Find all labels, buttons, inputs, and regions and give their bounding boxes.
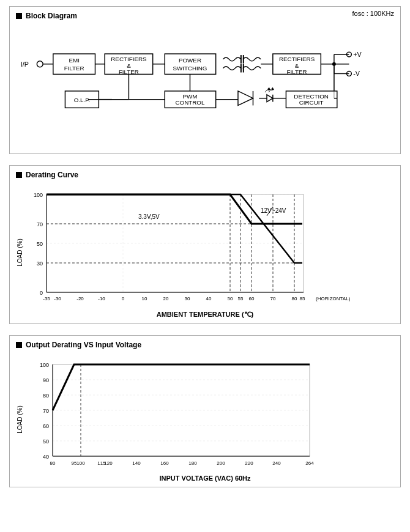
xtick-50p: 50 <box>228 296 233 301</box>
derating-curve-section: Derating Curve LOAD (%) 100 70 50 30 0 <box>9 165 401 324</box>
curve-label-3v3: 3.3V,5V <box>138 213 160 220</box>
out-ytick-50: 50 <box>43 438 49 445</box>
output-y-label: LOAD (%) <box>17 405 23 434</box>
power-text2: SWITCHING <box>173 65 207 72</box>
out-xtick-240: 240 <box>272 460 281 466</box>
rect-left-text1: RECTIFIERS <box>111 56 147 62</box>
xtick-55p: 55 <box>238 296 244 301</box>
out-ytick-90: 90 <box>43 377 49 383</box>
olp-text: O.L.P. <box>74 97 91 103</box>
rect-left-text2: & <box>127 62 131 69</box>
ytick-100: 100 <box>34 192 43 198</box>
xtick-85p: 85 <box>300 296 305 301</box>
output-derating-chart-area: LOAD (%) 100 90 80 70 60 50 40 80 95 1 <box>16 355 394 482</box>
xtick-35: -35 <box>43 296 50 301</box>
block-diagram-section: Block Diagram fosc : 100KHz I/P EMI FILT… <box>9 6 401 154</box>
out-ytick-60: 60 <box>43 423 49 429</box>
out-xtick-80: 80 <box>50 460 56 466</box>
out-xtick-180: 180 <box>188 460 197 466</box>
xtick-horizontal: (HORIZONTAL) <box>316 296 351 301</box>
xtick-10: -10 <box>98 296 105 301</box>
out-xtick-100: 100 <box>76 460 85 466</box>
derating-curve-title: Derating Curve <box>16 171 394 179</box>
curve-12v-24v <box>47 194 302 263</box>
out-ytick-100: 100 <box>40 362 49 368</box>
ip-label: I/P <box>21 61 29 68</box>
emi-filter-text2: FILTER <box>64 65 84 72</box>
xtick-40p: 40 <box>206 296 212 301</box>
xtick-30: -30 <box>54 296 61 301</box>
plus-v-label: +V <box>353 51 362 58</box>
derating-chart-area: LOAD (%) 100 70 50 30 0 <box>16 185 394 319</box>
derating-square-icon <box>16 172 22 178</box>
title-square-icon <box>16 13 22 19</box>
derating-x-axis-label: AMBIENT TEMPERATURE (℃) <box>16 311 394 319</box>
output-x-axis-label: INPUT VOLTAGE (VAC) 60Hz <box>16 475 394 482</box>
ytick-70: 70 <box>37 221 43 227</box>
xtick-70p: 70 <box>270 296 276 301</box>
rect-right-text3: FILTER <box>287 68 307 75</box>
emi-filter-text1: EMI <box>69 57 79 64</box>
transformer-secondary2 <box>243 67 261 70</box>
xtick-10p: 10 <box>142 296 147 301</box>
out-xtick-200: 200 <box>217 460 225 466</box>
pwm-text1: PWM <box>182 93 197 100</box>
power-text1: POWER <box>179 57 201 64</box>
fosc-label: fosc : 100KHz <box>352 10 394 17</box>
block-diagram-title: Block Diagram <box>16 12 394 20</box>
output-square-icon <box>16 342 22 348</box>
derating-y-label: LOAD (%) <box>17 238 23 267</box>
derating-chart-svg: LOAD (%) 100 70 50 30 0 <box>16 185 383 314</box>
output-derating-title: Output Derating VS Input Voltage <box>16 341 394 349</box>
transformer-secondary <box>243 57 261 61</box>
out-xtick-140: 140 <box>132 460 141 466</box>
xtick-20: -20 <box>76 296 84 301</box>
ytick-0: 0 <box>40 290 43 296</box>
out-ytick-80: 80 <box>43 393 49 399</box>
opto-led-diode <box>267 95 273 102</box>
output-curve <box>53 364 310 410</box>
xtick-60p: 60 <box>249 296 255 301</box>
output-derating-section: Output Derating VS Input Voltage LOAD (%… <box>9 335 401 487</box>
out-xtick-220: 220 <box>245 460 253 466</box>
xtick-20p: 20 <box>163 296 169 301</box>
xtick-30p: 30 <box>185 296 190 301</box>
rect-right-text2: & <box>295 62 299 69</box>
detect-text2: CIRCUIT <box>299 99 324 106</box>
out-ytick-40: 40 <box>43 454 49 460</box>
out-ytick-70: 70 <box>43 408 49 414</box>
out-xtick-120: 120 <box>104 460 113 466</box>
curve-label-12v: 12V~24V <box>261 207 286 214</box>
detect-text1: DETECTION <box>294 93 329 100</box>
xtick-80p: 80 <box>292 296 297 301</box>
rect-right-text1: RECTIFIERS <box>279 56 315 62</box>
minus-v-label: -V <box>353 70 360 77</box>
opto-transistor <box>238 91 253 106</box>
output-derating-chart-svg: LOAD (%) 100 90 80 70 60 50 40 80 95 1 <box>16 355 383 478</box>
block-diagram-svg: I/P EMI FILTER RECTIFIERS & FILTER POWER… <box>16 26 394 149</box>
out-xtick-264: 264 <box>305 460 314 466</box>
xtick-0: 0 <box>122 296 125 301</box>
block-diagram-container: I/P EMI FILTER RECTIFIERS & FILTER POWER… <box>16 26 394 149</box>
transformer-primary2 <box>223 67 240 70</box>
ytick-50: 50 <box>37 241 43 247</box>
transformer-primary <box>223 57 240 61</box>
pwm-text2: CONTROL <box>176 99 205 106</box>
ytick-30: 30 <box>37 260 43 267</box>
out-xtick-160: 160 <box>160 460 169 466</box>
ip-circle <box>37 61 43 67</box>
